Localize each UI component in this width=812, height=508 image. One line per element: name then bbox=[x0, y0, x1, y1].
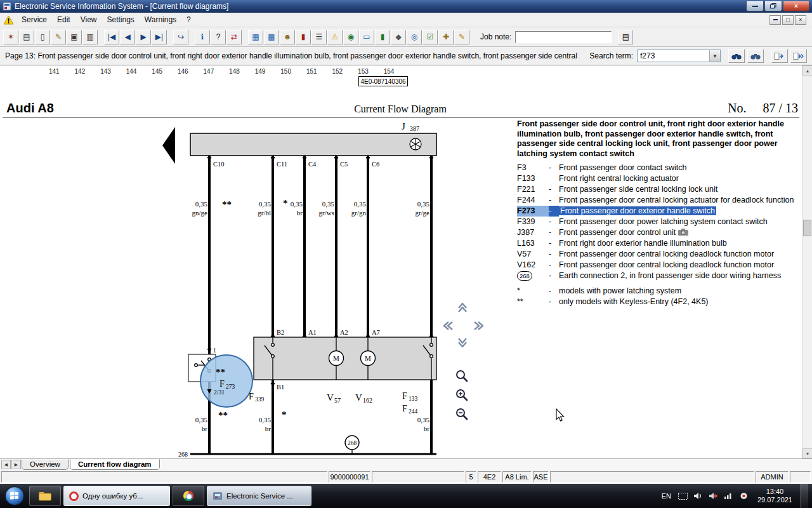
mdi-restore-button[interactable]: □ bbox=[782, 15, 794, 25]
task-electronic-service[interactable]: Electronic Service ... bbox=[207, 486, 311, 506]
vehicle-button[interactable]: ◆ bbox=[391, 30, 406, 44]
pan-right-button[interactable] bbox=[472, 319, 486, 333]
svg-text:**: ** bbox=[218, 410, 228, 420]
legend-row-v162[interactable]: V162-Front passenger door central lockin… bbox=[517, 260, 801, 271]
search-down-button[interactable] bbox=[728, 49, 745, 63]
menu-service[interactable]: Service bbox=[16, 13, 52, 26]
tab-current-flow-diagram[interactable]: Current flow diagram bbox=[70, 459, 160, 470]
scroll-down-button[interactable]: ▼ bbox=[802, 448, 812, 458]
job-note-label: Job note: bbox=[480, 32, 511, 41]
edit-document-button[interactable]: ✎ bbox=[51, 30, 66, 44]
touch-keyboard-icon[interactable] bbox=[678, 491, 688, 501]
zoom-window-button[interactable] bbox=[454, 369, 469, 384]
legend-row-f133[interactable]: F133Front right central locking actuator bbox=[517, 173, 801, 184]
svg-text:162: 162 bbox=[363, 397, 372, 404]
scroll-up-button[interactable]: ▲ bbox=[802, 65, 812, 76]
explorer-button[interactable] bbox=[29, 486, 61, 506]
tray-time: 13:40 bbox=[757, 488, 792, 496]
zoom-out-button[interactable] bbox=[454, 407, 469, 422]
help-button[interactable]: ? bbox=[211, 30, 226, 44]
monitor-button[interactable]: ▭ bbox=[359, 30, 374, 44]
checklist-button[interactable]: ☑ bbox=[422, 30, 438, 44]
menu-settings[interactable]: Settings bbox=[102, 13, 140, 26]
legend-row-f273-selected[interactable]: F273-Front passenger door exterior handl… bbox=[517, 206, 801, 217]
search-term-input[interactable] bbox=[638, 50, 709, 62]
last-page-button[interactable]: ▶| bbox=[152, 30, 167, 44]
tab-scroll-right-button[interactable]: ▶ bbox=[11, 460, 21, 469]
network-icon[interactable] bbox=[723, 491, 734, 501]
tab-overview[interactable]: Overview bbox=[22, 459, 69, 470]
legend-row-f244[interactable]: F244-Front passenger door central lockin… bbox=[517, 195, 801, 206]
legend-row-j387[interactable]: J387-Front passenger door control unit bbox=[517, 227, 801, 238]
page-bar: Page 13: Front passenger side door contr… bbox=[0, 47, 812, 65]
camera-icon[interactable] bbox=[678, 229, 688, 236]
job-note-window-button[interactable]: ▤ bbox=[618, 30, 633, 44]
clock[interactable]: 13:40 29.07.2021 bbox=[754, 488, 796, 504]
motor-v57-symbol: M bbox=[329, 337, 344, 380]
back-jump-button[interactable]: ↪ bbox=[173, 30, 188, 44]
menu-edit[interactable]: Edit bbox=[52, 13, 75, 26]
note-edit-button[interactable]: ✎ bbox=[454, 30, 469, 44]
key-button[interactable]: ✚ bbox=[438, 30, 454, 44]
svg-text:0,35: 0,35 bbox=[354, 200, 367, 208]
manual-button[interactable]: ▮ bbox=[375, 30, 390, 44]
zoom-in-button[interactable] bbox=[454, 388, 469, 403]
transfer-button[interactable]: ⇄ bbox=[226, 30, 242, 44]
show-desktop-button[interactable] bbox=[801, 484, 808, 508]
list-button[interactable]: ☰ bbox=[311, 30, 327, 44]
volume-icon[interactable] bbox=[693, 491, 704, 501]
stamp-button[interactable]: ✶ bbox=[3, 30, 18, 44]
mdi-minimize-button[interactable] bbox=[769, 15, 781, 25]
legend-row-f3[interactable]: F3-Front passenger door contact switch bbox=[517, 163, 801, 173]
contacts-button[interactable]: ☻ bbox=[280, 30, 295, 44]
document-grid-button[interactable]: ▩ bbox=[264, 30, 279, 44]
mixer-icon[interactable] bbox=[708, 491, 719, 501]
pan-up-button[interactable] bbox=[455, 301, 469, 315]
control-unit-bar bbox=[190, 133, 436, 156]
mdi-close-button[interactable]: × bbox=[795, 15, 806, 25]
web-button[interactable]: ◉ bbox=[343, 30, 358, 44]
pan-left-button[interactable] bbox=[441, 319, 455, 333]
menu-help[interactable]: ? bbox=[181, 13, 196, 26]
document-table-button[interactable]: ▦ bbox=[248, 30, 263, 44]
user-search-button[interactable]: ◎ bbox=[407, 30, 422, 44]
restore-button[interactable] bbox=[764, 1, 782, 11]
system-tray: EN 13:40 29.07.2021 bbox=[660, 484, 811, 508]
legend-row-f221[interactable]: F221-Front passenger side central lockin… bbox=[517, 184, 801, 195]
warnings-button[interactable]: ⚠ bbox=[327, 30, 343, 44]
copy-document-button[interactable]: ▣ bbox=[67, 30, 82, 44]
menu-warnings[interactable]: Warnings bbox=[140, 13, 181, 26]
chrome-button[interactable] bbox=[173, 486, 204, 506]
svg-text:gr/ws: gr/ws bbox=[319, 209, 334, 217]
start-button[interactable] bbox=[1, 484, 28, 508]
first-page-button[interactable]: |◀ bbox=[104, 30, 119, 44]
windows-logo-icon bbox=[5, 486, 24, 505]
scrollbar-thumb[interactable] bbox=[803, 220, 811, 236]
notification-icon[interactable] bbox=[738, 491, 749, 501]
print-list-button[interactable]: ▥ bbox=[82, 30, 98, 44]
print-button[interactable]: ▤ bbox=[19, 30, 34, 44]
vertical-scrollbar[interactable]: ▲ ▼ bbox=[802, 65, 812, 458]
info-button[interactable]: ℹ bbox=[195, 30, 210, 44]
goto-last-document-button[interactable] bbox=[790, 49, 807, 63]
new-document-button[interactable]: ▯ bbox=[35, 30, 50, 44]
search-up-button[interactable] bbox=[747, 49, 764, 63]
legend-row-f339[interactable]: F339-Front passenger door power latching… bbox=[517, 217, 801, 227]
goto-next-document-button[interactable] bbox=[771, 49, 788, 63]
task-browser-window[interactable]: Одну ошибку уб... bbox=[63, 486, 170, 506]
ruler-number: 149 bbox=[247, 68, 273, 75]
minimize-button[interactable] bbox=[746, 1, 764, 11]
close-button[interactable]: × bbox=[783, 1, 809, 11]
legend-row-l163[interactable]: L163-Front right door exterior handle il… bbox=[517, 238, 801, 249]
bookmark-button[interactable]: ▮ bbox=[296, 30, 311, 44]
legend-row-v57[interactable]: V57-Front passenger door central locking… bbox=[517, 249, 801, 260]
legend-row-earth-268[interactable]: 268-Earth connection 2, in front passeng… bbox=[517, 271, 801, 281]
tab-scroll-left-button[interactable]: ◀ bbox=[1, 460, 11, 469]
pan-down-button[interactable] bbox=[455, 337, 469, 351]
language-indicator[interactable]: EN bbox=[660, 492, 673, 500]
previous-page-button[interactable]: ◀ bbox=[120, 30, 135, 44]
menu-view[interactable]: View bbox=[75, 13, 102, 26]
combo-dropdown-button[interactable]: ▼ bbox=[709, 50, 720, 62]
job-note-input[interactable] bbox=[515, 31, 612, 43]
next-page-button[interactable]: ▶ bbox=[136, 30, 151, 44]
